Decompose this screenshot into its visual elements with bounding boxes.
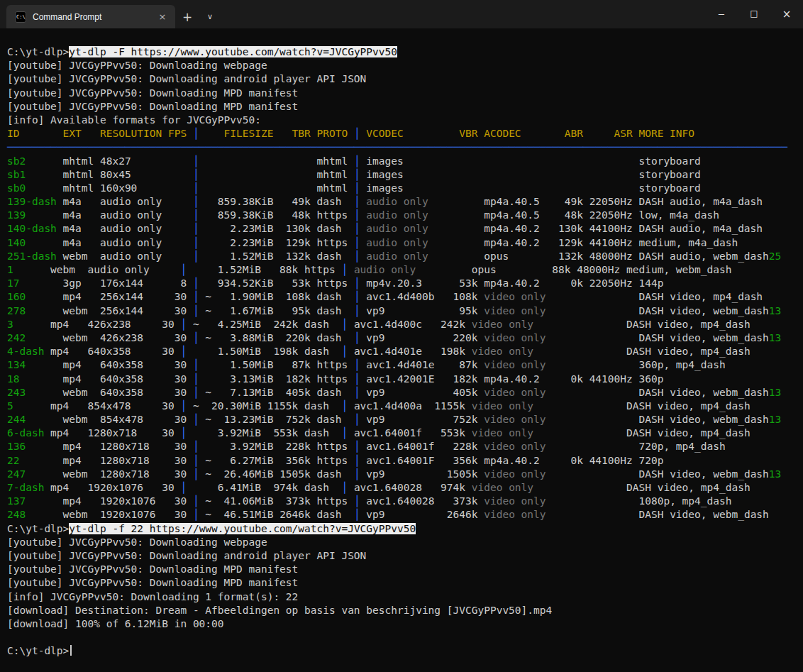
terminal-line: ID EXT RESOLUTION FPS │ FILESIZE TBR PRO… [7, 127, 796, 141]
terminal-line: 140 m4a audio only │ 2.23MiB 129k https … [7, 236, 796, 250]
tab-close-button[interactable]: × [155, 10, 170, 24]
terminal-line: [download] Destination: Dream - Afbeeldi… [7, 604, 796, 617]
terminal-line: 242 webm 426x238 30 │ ~ 3.88MiB 220k das… [7, 331, 796, 345]
terminal-line: [youtube] JVCGyPPvv50: Downloading MPD m… [7, 563, 796, 576]
terminal-line: sb1 mhtml 80x45 │ mhtml │ images storybo… [7, 168, 796, 182]
terminal-line: C:\yt-dlp>yt-dlp -F https://www.youtube.… [7, 45, 796, 59]
terminal-line [7, 631, 796, 644]
terminal-line: 134 mp4 640x358 30 │ 1.50MiB 87k https │… [7, 358, 796, 372]
terminal-line: 3 mp4 426x238 30 │ ~ 4.25MiB 242k dash │… [7, 318, 796, 331]
terminal-line: 137 mp4 1920x1076 30 │ ~ 41.06MiB 373k h… [7, 495, 796, 508]
new-tab-icon: + [182, 10, 192, 24]
terminal-line: 17 3gp 176x144 8 │ 934.52KiB 53k https │… [7, 277, 796, 290]
terminal-line: 244 webm 854x478 30 │ ~ 13.23MiB 752k da… [7, 413, 796, 426]
new-tab-button[interactable]: + [175, 5, 199, 28]
close-button[interactable]: × [770, 0, 803, 28]
terminal-line: 139 m4a audio only │ 859.38KiB 48k https… [7, 209, 796, 222]
terminal-line: C:\yt-dlp> [7, 644, 796, 658]
terminal-line: sb0 mhtml 160x90 │ mhtml │ images storyb… [7, 182, 796, 195]
terminal-line: [youtube] JVCGyPPvv50: Downloading andro… [7, 549, 796, 563]
tab-dropdown-button[interactable]: ∨ [199, 5, 221, 28]
terminal-line: 251-dash webm audio only │ 1.52MiB 132k … [7, 250, 796, 263]
terminal-line: [info] Available formats for JVCGyPPvv50… [7, 114, 796, 127]
terminal-line: [youtube] JVCGyPPvv50: Downloading webpa… [7, 536, 796, 549]
terminal-line: 140-dash m4a audio only │ 2.23MiB 130k d… [7, 222, 796, 236]
terminal-line: 5 mp4 854x478 30 │ ~ 20.30MiB 1155k dash… [7, 400, 796, 413]
terminal-line: [info] JVCGyPPvv50: Downloading 1 format… [7, 590, 796, 604]
terminal-line: 4-dash mp4 640x358 30 │ 1.50MiB 198k das… [7, 345, 796, 358]
terminal-line: 139-dash m4a audio only │ 859.38KiB 49k … [7, 195, 796, 209]
chevron-down-icon: ∨ [207, 12, 213, 21]
maximize-icon: □ [750, 9, 758, 18]
terminal-line: 1 webm audio only │ 1.52MiB 88k https │ … [7, 263, 796, 277]
minimize-icon: ─ [719, 9, 724, 20]
tab-close-icon: × [159, 11, 167, 22]
terminal-line: 248 webm 1920x1076 30 │ ~ 46.51MiB 2646k… [7, 508, 796, 522]
terminal-line: [youtube] JVCGyPPvv50: Downloading webpa… [7, 59, 796, 72]
text-cursor [70, 645, 72, 656]
titlebar[interactable]: C:\_ Command Prompt × + ∨ ─ □ × [0, 0, 803, 28]
terminal-line: [youtube] JVCGyPPvv50: Downloading MPD m… [7, 87, 796, 100]
terminal-line: [download] 100% of 6.12MiB in 00:00 [7, 617, 796, 631]
cmd-icon: C:\_ [15, 11, 26, 23]
terminal[interactable]: C:\yt-dlp>yt-dlp -F https://www.youtube.… [0, 28, 803, 672]
terminal-line: [youtube] JVCGyPPvv50: Downloading MPD m… [7, 576, 796, 590]
maximize-button[interactable]: □ [738, 0, 770, 28]
window-controls: ─ □ × [705, 0, 803, 28]
terminal-line: ────────────────────────────────────────… [7, 141, 796, 154]
terminal-line: 6-dash mp4 1280x718 30 │ 3.92MiB 553k da… [7, 426, 796, 440]
terminal-line: 18 mp4 640x358 30 │ 3.13MiB 182k https │… [7, 373, 796, 386]
close-icon: × [782, 8, 792, 21]
terminal-line: 160 mp4 256x144 30 │ ~ 1.90MiB 108k dash… [7, 290, 796, 304]
terminal-line: sb2 mhtml 48x27 │ mhtml │ images storybo… [7, 155, 796, 168]
terminal-window: C:\_ Command Prompt × + ∨ ─ □ × C:\yt-dl… [0, 0, 803, 672]
terminal-line: C:\yt-dlp>yt-dlp -f 22 https://www.youtu… [7, 522, 796, 536]
terminal-line: [youtube] JVCGyPPvv50: Downloading MPD m… [7, 100, 796, 114]
terminal-line: 22 mp4 1280x718 30 │ ~ 6.27MiB 356k http… [7, 454, 796, 468]
terminal-line: 278 webm 256x144 30 │ ~ 1.67MiB 95k dash… [7, 304, 796, 318]
tab-title: Command Prompt [33, 12, 155, 22]
minimize-button[interactable]: ─ [705, 0, 738, 28]
terminal-line: 247 webm 1280x718 30 │ ~ 26.46MiB 1505k … [7, 468, 796, 481]
terminal-line: 7-dash mp4 1920x1076 30 │ 6.41MiB 974k d… [7, 481, 796, 495]
terminal-line: 136 mp4 1280x718 30 │ 3.92MiB 228k https… [7, 440, 796, 453]
tab-command-prompt[interactable]: C:\_ Command Prompt × [6, 5, 175, 28]
terminal-line: [youtube] JVCGyPPvv50: Downloading andro… [7, 72, 796, 86]
terminal-line: 243 webm 640x358 30 │ ~ 7.13MiB 405k das… [7, 386, 796, 400]
